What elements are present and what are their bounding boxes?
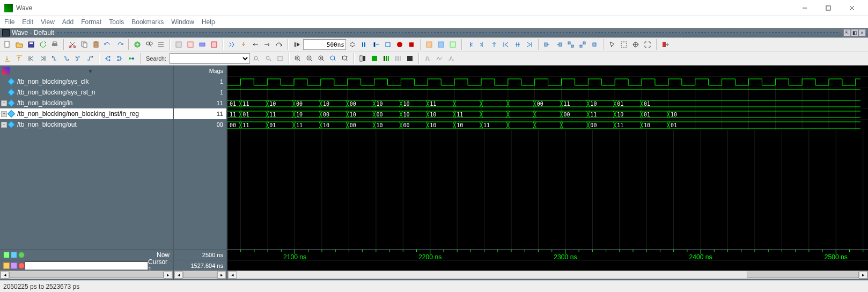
tool-c-icon[interactable] [447, 39, 458, 50]
cursor-sync-icon[interactable] [512, 39, 523, 50]
signal-options-icon[interactable] [2, 67, 10, 75]
signal-wave-cell[interactable]: 001101111000100010101100111001 [227, 119, 868, 130]
toggle-leaf-icon[interactable] [11, 252, 17, 258]
copy-icon[interactable] [79, 39, 90, 50]
add-signal-icon[interactable] [3, 252, 10, 258]
dock-close-button[interactable]: × [858, 29, 866, 36]
signal-name-cell[interactable]: +/tb_non_blocking/non_blocking_inst/in_r… [0, 108, 174, 119]
cut-icon[interactable] [67, 39, 78, 50]
menu-format[interactable]: Format [81, 18, 101, 26]
stop-icon[interactable] [406, 39, 417, 50]
cursor-name-input[interactable] [25, 261, 148, 270]
new-file-icon[interactable] [2, 39, 13, 50]
display-mode-2-icon[interactable] [369, 53, 380, 64]
expand-icon[interactable]: + [1, 122, 7, 128]
breakpoint-2-icon[interactable] [185, 39, 196, 50]
next-transition-icon[interactable] [38, 53, 48, 64]
run-length-input[interactable] [303, 39, 346, 50]
waveform-style-3-icon[interactable] [446, 53, 457, 64]
wave-hscroll[interactable]: ◂ ▸ [227, 271, 868, 279]
step-fwd-icon[interactable] [262, 39, 273, 50]
scroll-left-icon[interactable]: ◂ [174, 271, 183, 279]
prev-rising-icon[interactable] [73, 53, 84, 64]
value-hscroll[interactable]: ◂ ▸ [174, 271, 226, 279]
minimize-button[interactable] [793, 1, 816, 16]
signal-name-cell[interactable]: /tb_non_blocking/sys_clk [0, 76, 174, 87]
collapse-all-icon[interactable] [14, 53, 25, 64]
save-icon[interactable] [26, 39, 36, 50]
break-icon[interactable] [394, 39, 405, 50]
search-options-icon[interactable] [275, 53, 285, 64]
add-marker-icon[interactable] [18, 252, 25, 258]
run-step-icon[interactable] [382, 39, 393, 50]
display-mode-1-icon[interactable] [357, 53, 368, 64]
list-icon[interactable] [156, 39, 166, 50]
print-icon[interactable] [49, 39, 60, 50]
scroll-right-icon[interactable]: ▸ [164, 271, 172, 279]
cursor-up-icon[interactable] [489, 39, 499, 50]
zoom-cursor-icon[interactable] [328, 53, 339, 64]
menu-edit[interactable]: Edit [22, 18, 33, 26]
zoom-in-icon[interactable] [292, 53, 303, 64]
dataflow-3-icon[interactable] [565, 39, 576, 50]
ungroup-icon[interactable] [114, 53, 125, 64]
waveform-style-2-icon[interactable] [434, 53, 445, 64]
run-continue-icon[interactable] [371, 39, 381, 50]
maximize-button[interactable] [816, 1, 840, 16]
paste-icon[interactable] [91, 39, 101, 50]
dock-expand-button[interactable]: ⇱ [843, 29, 851, 36]
zoom-region-icon[interactable] [642, 39, 653, 50]
signal-wave-cell[interactable] [227, 87, 868, 98]
spinner-up-icon[interactable] [347, 39, 358, 50]
dataflow-1-icon[interactable] [542, 39, 553, 50]
display-mode-4-icon[interactable] [393, 53, 403, 64]
redo-icon[interactable] [114, 39, 125, 50]
combine-icon[interactable] [126, 53, 137, 64]
step-in-icon[interactable] [238, 39, 249, 50]
menu-file[interactable]: File [4, 18, 14, 26]
close-button[interactable] [840, 1, 864, 16]
zoom-full-icon[interactable] [316, 53, 327, 64]
run-all-icon[interactable] [291, 39, 302, 50]
expand-icon[interactable]: + [1, 100, 7, 106]
link-cursor-icon[interactable] [11, 262, 17, 269]
run-icon[interactable] [359, 39, 370, 50]
waveform-style-1-icon[interactable] [422, 53, 433, 64]
breakpoint-1-icon[interactable] [173, 39, 184, 50]
signal-wave-cell[interactable]: 0111100010001010110011100101 [227, 98, 868, 108]
scroll-right-icon[interactable]: ▸ [859, 271, 867, 279]
remove-cursor-icon[interactable] [18, 262, 25, 269]
memory-icon[interactable] [197, 39, 208, 50]
assertion-icon[interactable] [209, 39, 219, 50]
next-rising-icon[interactable] [85, 53, 95, 64]
time-axis[interactable]: 2100 ns2200 ns2300 ns2400 ns2500 ns [227, 249, 868, 260]
tool-a-icon[interactable] [424, 39, 435, 50]
search-combo[interactable] [170, 53, 250, 64]
undo-icon[interactable] [102, 39, 113, 50]
group-icon[interactable] [102, 53, 113, 64]
signal-name-cell[interactable]: +/tb_non_blocking/in [0, 98, 174, 108]
dataflow-5-icon[interactable] [589, 39, 600, 50]
pointer-icon[interactable] [607, 39, 617, 50]
pan-icon[interactable] [630, 39, 641, 50]
search-next-icon[interactable] [263, 53, 274, 64]
signal-wave-cell[interactable] [227, 76, 868, 87]
select-rect-icon[interactable] [619, 39, 629, 50]
menu-help[interactable]: Help [202, 18, 215, 26]
reload-icon[interactable] [38, 39, 48, 50]
zoom-range-icon[interactable] [340, 53, 350, 64]
dataflow-4-icon[interactable] [577, 39, 588, 50]
step-over-icon[interactable] [274, 39, 284, 50]
cursor-prev-edge-icon[interactable] [465, 39, 476, 50]
display-mode-5-icon[interactable] [404, 53, 415, 64]
dock-restore-button[interactable]: ◧ [851, 29, 858, 36]
prev-falling-icon[interactable] [49, 53, 60, 64]
cursor-next-edge-icon[interactable] [477, 39, 488, 50]
signal-name-cell[interactable]: /tb_non_blocking/sys_rst_n [0, 87, 174, 98]
search-prev-icon[interactable] [251, 53, 262, 64]
signal-name-column-header[interactable]: ▾ [0, 65, 174, 76]
menu-tools[interactable]: Tools [109, 18, 124, 26]
find-icon[interactable] [144, 39, 155, 50]
add-wave-icon[interactable] [132, 39, 143, 50]
cursor-track[interactable] [227, 260, 868, 271]
